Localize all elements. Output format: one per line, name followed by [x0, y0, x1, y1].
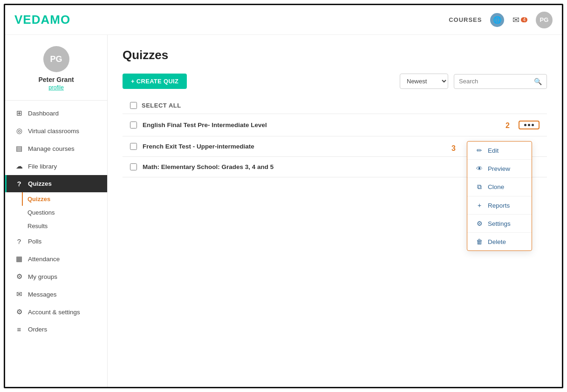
sidebar-item-dashboard[interactable]: ⊞ Dashboard: [5, 104, 107, 122]
logo: VEDAMO: [14, 13, 70, 27]
courses-nav-link[interactable]: COURSES: [449, 16, 482, 23]
dropdown-item-label: Reports: [488, 202, 510, 209]
file-library-icon: ☁: [15, 162, 23, 170]
dot-icon: [524, 124, 526, 126]
select-all-label: SELECT ALL: [142, 102, 181, 109]
my-groups-icon: ⚙: [15, 272, 23, 281]
toolbar: + CREATE QUIZ Newest Oldest A-Z Z-A 🔍: [123, 74, 547, 89]
sidebar-profile: PG Peter Grant profile: [5, 35, 107, 101]
language-globe-icon[interactable]: 🌐: [490, 13, 504, 27]
preview-icon: 👁: [476, 165, 483, 172]
dropdown-clone[interactable]: ⧉ Clone: [467, 178, 532, 196]
orders-icon: ≡: [15, 325, 23, 333]
sidebar-item-manage-courses[interactable]: ▤ Manage courses: [5, 140, 107, 157]
sidebar-item-virtual-classrooms[interactable]: ◎ Virtual classrooms: [5, 122, 107, 140]
dropdown-settings[interactable]: ⚙ Settings: [467, 215, 532, 233]
dropdown-item-label: Edit: [488, 147, 499, 154]
sidebar-item-label: Polls: [28, 238, 41, 245]
edit-icon: ✏: [476, 147, 483, 154]
sidebar-sub-quizzes[interactable]: Quizzes: [22, 192, 107, 206]
step-2-label: 2: [506, 122, 510, 130]
sidebar-item-label: Attendance: [28, 256, 60, 263]
search-box: 🔍: [454, 74, 547, 89]
dropdown-edit[interactable]: ✏ Edit: [467, 142, 532, 160]
dropdown-reports[interactable]: + Reports: [467, 196, 532, 215]
main-content: Quizzes + CREATE QUIZ Newest Oldest A-Z …: [108, 35, 562, 387]
sidebar-nav: ⊞ Dashboard ◎ Virtual classrooms ▤ Manag…: [5, 101, 107, 378]
sidebar-sub-results[interactable]: Results: [22, 219, 107, 233]
quiz-actions-dropdown: 3 ✏ Edit 👁 Preview ⧉: [467, 141, 532, 251]
quiz-checkbox[interactable]: [130, 163, 137, 170]
dropdown-item-label: Preview: [488, 165, 510, 172]
profile-link[interactable]: profile: [48, 84, 64, 91]
dot-icon: [528, 124, 530, 126]
quiz-actions-button[interactable]: [519, 121, 540, 129]
sidebar-sub-questions[interactable]: Questions: [22, 206, 107, 219]
dropdown-preview[interactable]: 👁 Preview: [467, 160, 532, 178]
mail-notification[interactable]: ✉ 4: [512, 15, 527, 25]
dropdown-item-label: Delete: [488, 238, 506, 245]
sub-nav-label: Questions: [27, 209, 55, 216]
quiz-title: French Exit Test - Upper-intermediate: [143, 143, 254, 150]
sidebar-item-label: My groups: [28, 273, 57, 280]
sidebar-item-attendance[interactable]: ▦ Attendance: [5, 250, 107, 268]
delete-icon: 🗑: [476, 238, 483, 245]
page-title: Quizzes: [123, 48, 547, 62]
sidebar-item-label: File library: [28, 163, 57, 170]
messages-icon: ✉: [15, 290, 23, 298]
sidebar-item-label: Account & settings: [28, 309, 80, 316]
quiz-list: SELECT ALL English Final Test Pre- Inter…: [123, 97, 547, 177]
sidebar-item-label: Dashboard: [28, 110, 59, 117]
sub-nav-label: Results: [27, 223, 48, 230]
sidebar-item-label: Orders: [28, 326, 47, 333]
profile-name: Peter Grant: [38, 76, 74, 83]
quiz-title: Math: Elementary School: Grades 3, 4 and…: [143, 163, 273, 170]
search-input[interactable]: [459, 78, 531, 85]
dot-icon: [532, 124, 534, 126]
polls-icon: ?: [15, 237, 23, 245]
quiz-checkbox[interactable]: [130, 122, 137, 128]
search-icon: 🔍: [534, 78, 542, 85]
sidebar-quizzes-subnav: Quizzes Questions Results: [5, 192, 107, 233]
settings-icon: ⚙: [476, 220, 483, 227]
sidebar-item-orders[interactable]: ≡ Orders: [5, 321, 107, 338]
mail-icon: ✉: [512, 15, 519, 25]
step-3-label: 3: [451, 144, 456, 153]
reports-icon: +: [476, 202, 483, 209]
table-row: English Final Test Pre- Intermediate Lev…: [123, 114, 547, 136]
quiz-title: English Final Test Pre- Intermediate Lev…: [143, 122, 267, 128]
attendance-icon: ▦: [15, 255, 23, 263]
quizzes-icon: ?: [15, 180, 23, 188]
sub-nav-label: Quizzes: [27, 196, 50, 203]
dashboard-icon: ⊞: [15, 109, 23, 117]
sidebar-item-my-groups[interactable]: ⚙ My groups: [5, 268, 107, 285]
virtual-classrooms-icon: ◎: [15, 127, 23, 135]
sidebar-item-messages[interactable]: ✉ Messages: [5, 285, 107, 303]
avatar: PG: [43, 46, 69, 72]
sidebar-item-label: Quizzes: [28, 180, 52, 187]
clone-icon: ⧉: [476, 183, 483, 191]
sidebar-item-file-library[interactable]: ☁ File library: [5, 157, 107, 175]
dropdown-item-label: Settings: [488, 220, 511, 227]
sidebar-item-label: Messages: [28, 291, 57, 298]
dropdown-item-label: Clone: [488, 183, 504, 190]
sidebar-item-account-settings[interactable]: ⚙ Account & settings: [5, 303, 107, 321]
create-quiz-button[interactable]: + CREATE QUIZ: [123, 74, 187, 89]
user-avatar[interactable]: PG: [536, 12, 553, 28]
manage-courses-icon: ▤: [15, 144, 23, 153]
sort-select[interactable]: Newest Oldest A-Z Z-A: [400, 74, 448, 89]
sidebar-item-label: Virtual classrooms: [28, 128, 79, 135]
sidebar: PG Peter Grant profile ⊞ Dashboard ◎ Vir…: [5, 35, 108, 387]
select-all-row: SELECT ALL: [123, 97, 547, 114]
account-settings-icon: ⚙: [15, 308, 23, 316]
top-navigation: VEDAMO COURSES 🌐 ✉ 4 PG: [5, 5, 562, 35]
sidebar-item-quizzes[interactable]: ? Quizzes: [5, 175, 107, 192]
quiz-checkbox[interactable]: [130, 143, 137, 150]
dropdown-delete[interactable]: 🗑 Delete: [467, 233, 532, 250]
sidebar-item-polls[interactable]: ? Polls: [5, 233, 107, 250]
sidebar-item-label: Manage courses: [28, 145, 75, 152]
select-all-checkbox[interactable]: [130, 102, 137, 109]
mail-badge: 4: [521, 17, 527, 22]
